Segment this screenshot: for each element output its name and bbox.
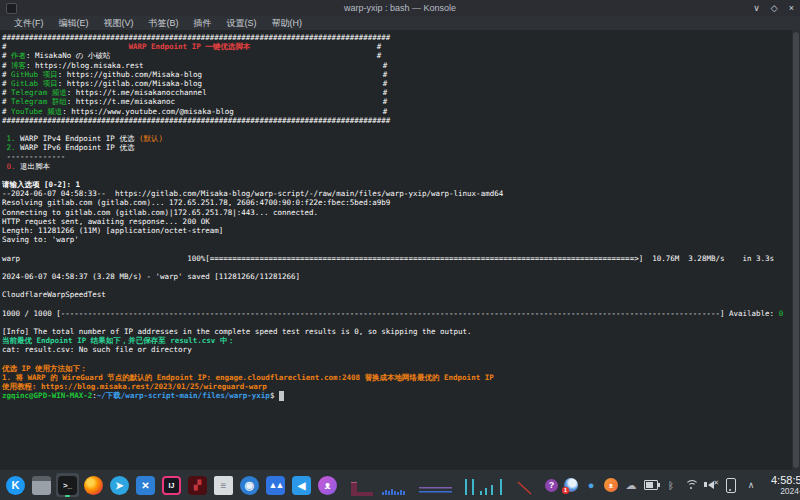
- mountain-app-button[interactable]: ▲▲: [264, 473, 287, 497]
- terminal-line: [2, 244, 792, 253]
- menu-item-6[interactable]: 帮助(H): [272, 17, 303, 30]
- disk-lines-graph-icon: [418, 479, 454, 497]
- terminal-line: # 作者: MisakaNo の 小破站 #: [2, 51, 792, 60]
- intellij-icon: IJ: [162, 476, 181, 495]
- terminal-line: 2. WARP IPv6 Endpoint IP 优选: [2, 143, 792, 152]
- help-icon[interactable]: ?: [545, 479, 558, 492]
- blue-sphere-icon: ◉: [240, 476, 259, 495]
- cat-app-icon: ᴥ: [318, 476, 337, 495]
- clock-time: 4:58:53 上午: [771, 475, 800, 486]
- konsole-window-icon: [6, 3, 17, 14]
- terminal-line: 1. 将 WARP 的 WireGuard 节点的默认的 Endpoint IP…: [2, 373, 792, 382]
- terminal-line: # 博客: https://blog.misaka.rest #: [2, 61, 792, 70]
- close-icon[interactable]: ×: [789, 0, 794, 16]
- menu-item-5[interactable]: 设置(S): [227, 17, 257, 30]
- terminal-line: # Telegram 频道: https://t.me/misakanoccha…: [2, 88, 792, 97]
- taskbar: K >_ ➤ ✕ IJ ▞ ≡ ◉ ▲▲ ◀ ᴥ ? 1 ● ᴥ ☁ ᛒ ✕: [0, 470, 800, 500]
- menu-bar: 文件(F)编辑(E)视图(V)书签(B)插件设置(S)帮助(H): [0, 16, 800, 30]
- kde-launcher-icon: K: [6, 476, 25, 495]
- terminal-line: 当前最优 Endpoint IP 结果如下，并已保存至 result.csv 中…: [2, 336, 792, 345]
- cat-tray-icon[interactable]: ᴥ: [604, 478, 618, 492]
- volume-muted-icon[interactable]: ✕: [704, 478, 718, 492]
- maximize-icon[interactable]: ◇: [771, 0, 778, 16]
- konsole-task-button[interactable]: >_: [56, 473, 79, 497]
- telegram-icon: ➤: [110, 476, 129, 495]
- terminal-line: # WARP Endpoint IP 一键优选脚本 #: [2, 42, 792, 51]
- diagonal-pen-icon: [516, 479, 534, 497]
- wifi-icon[interactable]: [684, 478, 698, 492]
- clock-date: 2024-06-07: [771, 487, 800, 496]
- terminal-line: Resolving gitlab.com (gitlab.com)... 172…: [2, 198, 792, 207]
- terminal-line: -------------: [2, 152, 792, 161]
- phone-icon[interactable]: [724, 478, 738, 492]
- terminal-line: 优选 IP 使用方法如下：: [2, 364, 792, 373]
- document-app-button[interactable]: ≡: [212, 473, 235, 497]
- system-tray: ? 1 ● ᴥ ☁ ᛒ ✕ ∧: [545, 478, 758, 492]
- terminal-output[interactable]: ########################################…: [0, 30, 792, 470]
- red-app-button[interactable]: ▞: [186, 473, 209, 497]
- cloud-icon[interactable]: ☁: [624, 478, 638, 492]
- firefox-icon: [84, 476, 103, 495]
- chevron-up-icon[interactable]: ∧: [744, 478, 758, 492]
- terminal-line: # Telegram 群组: https://t.me/misakanoc #: [2, 97, 792, 106]
- red-app-icon: ▞: [188, 476, 207, 495]
- firefox-button[interactable]: [82, 473, 105, 497]
- clock-widget[interactable]: 4:58:53 上午 2024-06-07: [771, 475, 800, 496]
- terminal-line: HTTP request sent, awaiting response... …: [2, 217, 792, 226]
- telegram-button[interactable]: ➤: [108, 473, 131, 497]
- menu-item-2[interactable]: 视图(V): [104, 17, 134, 30]
- menu-item-1[interactable]: 编辑(E): [59, 17, 89, 30]
- title-bar[interactable]: warp-yxip : bash — Konsole ∨ ◇ ×: [0, 0, 800, 16]
- window-title: warp-yxip : bash — Konsole: [0, 3, 800, 13]
- terminal-line: cat: result.csv: No such file or directo…: [2, 345, 792, 354]
- scrollbar-thumb[interactable]: [793, 32, 799, 468]
- terminal-line: ########################################…: [2, 33, 792, 42]
- terminal-line: ########################################…: [2, 116, 792, 125]
- menu-item-4[interactable]: 插件: [194, 17, 212, 30]
- terminal-line: 1. WARP IPv4 Endpoint IP 优选 (默认): [2, 134, 792, 143]
- terminal-line: 1000 / 1000 [---------------------------…: [2, 309, 792, 318]
- terminal-line: [2, 171, 792, 180]
- vscode-icon: ◀: [292, 476, 311, 495]
- terminal-line: zgqinc@GPD-WIN-MAX-2:~/下载/warp-script-ma…: [2, 391, 792, 400]
- terminal-line: [2, 281, 792, 290]
- blue-sphere-app-button[interactable]: ◉: [238, 473, 261, 497]
- terminal-line: 请输入选项 [0-2]: 1: [2, 180, 792, 189]
- blue-dot-icon[interactable]: ●: [584, 478, 598, 492]
- app-launcher-button[interactable]: K: [4, 473, 27, 497]
- notification-badge: 1: [562, 487, 569, 494]
- terminal-line: 0. 退出脚本: [2, 162, 792, 171]
- terminal-line: 2024-06-07 04:58:37 (3.28 MB/s) - 'warp'…: [2, 272, 792, 281]
- terminal-line: --2024-06-07 04:58:33-- https://gitlab.c…: [2, 189, 792, 198]
- terminal-line: [2, 355, 792, 364]
- konsole-window: warp-yxip : bash — Konsole ∨ ◇ × 文件(F)编辑…: [0, 0, 800, 500]
- file-manager-icon: [32, 476, 51, 495]
- bluetooth-icon[interactable]: ᛒ: [664, 478, 678, 492]
- network-bars-graph-icon: [380, 479, 412, 497]
- battery-icon[interactable]: [644, 478, 658, 492]
- scrollbar[interactable]: [792, 30, 800, 470]
- terminal-line: [2, 299, 792, 308]
- terminal-line: # YouTube 频道: https://www.youtube.com/@m…: [2, 107, 792, 116]
- memory-area-graph-icon: [350, 479, 374, 497]
- minimize-icon[interactable]: ∨: [753, 0, 760, 16]
- messenger-icon[interactable]: 1: [564, 478, 578, 492]
- vscode-button[interactable]: ◀: [290, 473, 313, 497]
- document-icon: ≡: [214, 476, 233, 495]
- terminal-line: [Info] The total number of IP addresses …: [2, 327, 792, 336]
- terminal-line: # GitLab 项目: https://gitlab.com/Misaka-b…: [2, 79, 792, 88]
- system-monitor-widgets[interactable]: [350, 473, 534, 497]
- terminal-line: 使用教程: https://blog.misaka.rest/2023/01/2…: [2, 382, 792, 391]
- intellij-button[interactable]: IJ: [160, 473, 183, 497]
- mountain-icon: ▲▲: [266, 476, 285, 495]
- menu-item-3[interactable]: 书签(B): [149, 17, 179, 30]
- cat-app-button[interactable]: ᴥ: [316, 473, 339, 497]
- kde-app-icon: ✕: [136, 476, 155, 495]
- terminal-line: CloudflareWarpSpeedTest: [2, 290, 792, 299]
- file-manager-button[interactable]: [30, 473, 53, 497]
- kde-app-button[interactable]: ✕: [134, 473, 157, 497]
- terminal-line: Saving to: 'warp': [2, 235, 792, 244]
- cpu-spikes-graph-icon: [460, 477, 510, 497]
- menu-item-0[interactable]: 文件(F): [14, 17, 44, 30]
- terminal-line: Length: 11281266 (11M) [application/octe…: [2, 226, 792, 235]
